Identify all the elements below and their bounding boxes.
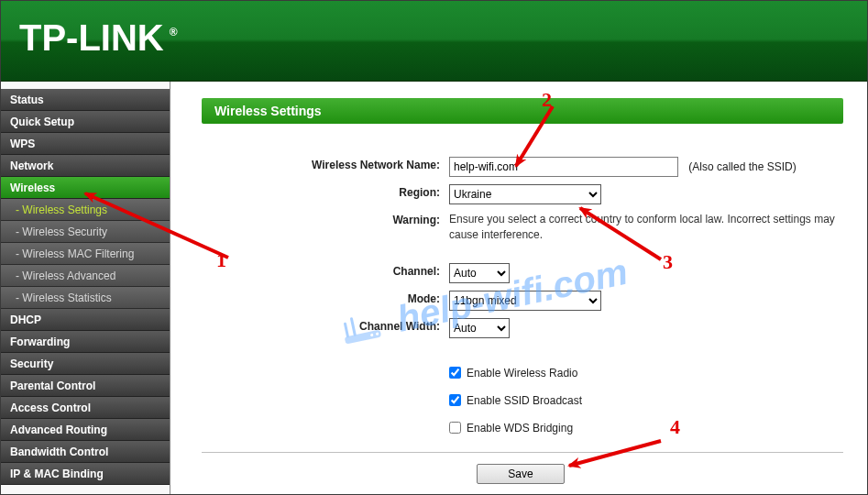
sidebar-item-access-control[interactable]: Access Control [1, 397, 170, 419]
enable-wds-bridging-checkbox[interactable] [449, 422, 461, 434]
sidebar-item-quick-setup[interactable]: Quick Setup [1, 111, 170, 133]
enable-ssid-broadcast-label: Enable SSID Broadcast [467, 394, 582, 407]
label-region: Region: [202, 182, 449, 199]
sidebar-item-advanced-routing[interactable]: Advanced Routing [1, 419, 170, 441]
ssid-note: (Also called the SSID) [688, 160, 796, 173]
warning-text: Ensure you select a correct country to c… [449, 210, 843, 243]
sidebar-sub-wireless-mac-filtering[interactable]: - Wireless MAC Filtering [1, 243, 170, 265]
label-warning: Warning: [202, 210, 449, 226]
channel-select[interactable]: Auto [449, 263, 510, 283]
sidebar-item-status[interactable]: Status [1, 89, 170, 111]
sidebar-item-dhcp[interactable]: DHCP [1, 309, 170, 331]
sidebar-item-network[interactable]: Network [1, 155, 170, 177]
panel-heading: Wireless Settings [202, 98, 843, 124]
sidebar-sub-wireless-security[interactable]: - Wireless Security [1, 221, 170, 243]
channel-width-select[interactable]: Auto [449, 318, 510, 338]
enable-wireless-radio-label: Enable Wireless Radio [467, 367, 577, 380]
label-channel-width: Channel Width: [202, 316, 449, 333]
sidebar-item-forwarding[interactable]: Forwarding [1, 331, 170, 353]
sidebar-item-wireless[interactable]: Wireless [1, 177, 170, 199]
save-button[interactable]: Save [477, 464, 565, 484]
label-channel: Channel: [202, 261, 449, 278]
sidebar-item-wps[interactable]: WPS [1, 133, 170, 155]
ssid-input[interactable] [449, 157, 678, 177]
sidebar-sub-wireless-statistics[interactable]: - Wireless Statistics [1, 287, 170, 309]
sidebar-item-security[interactable]: Security [1, 353, 170, 375]
brand-text: TP-LINK [19, 17, 164, 59]
enable-ssid-broadcast-checkbox[interactable] [449, 394, 461, 406]
registered-icon: ® [170, 26, 178, 38]
wireless-form: Wireless Network Name: (Also called the … [202, 155, 843, 484]
sidebar-item-ip-mac-binding[interactable]: IP & MAC Binding [1, 463, 170, 485]
region-select[interactable]: Ukraine [449, 184, 601, 204]
sidebar-item-parental-control[interactable]: Parental Control [1, 375, 170, 397]
sidebar-sub-wireless-advanced[interactable]: - Wireless Advanced [1, 265, 170, 287]
main-panel: Wireless Settings Wireless Network Name:… [170, 82, 867, 494]
enable-wds-bridging-label: Enable WDS Bridging [467, 422, 573, 434]
header-banner: TP-LINK® [1, 1, 867, 82]
brand-logo: TP-LINK® [19, 17, 178, 59]
divider [202, 452, 843, 453]
label-mode: Mode: [202, 289, 449, 305]
sidebar-item-bandwidth-control[interactable]: Bandwidth Control [1, 441, 170, 463]
label-ssid: Wireless Network Name: [202, 155, 449, 171]
sidebar-sub-wireless-settings[interactable]: - Wireless Settings [1, 199, 170, 221]
mode-select[interactable]: 11bgn mixed [449, 291, 601, 311]
sidebar-nav: Status Quick Setup WPS Network Wireless … [1, 82, 170, 494]
enable-wireless-radio-checkbox[interactable] [449, 367, 461, 379]
